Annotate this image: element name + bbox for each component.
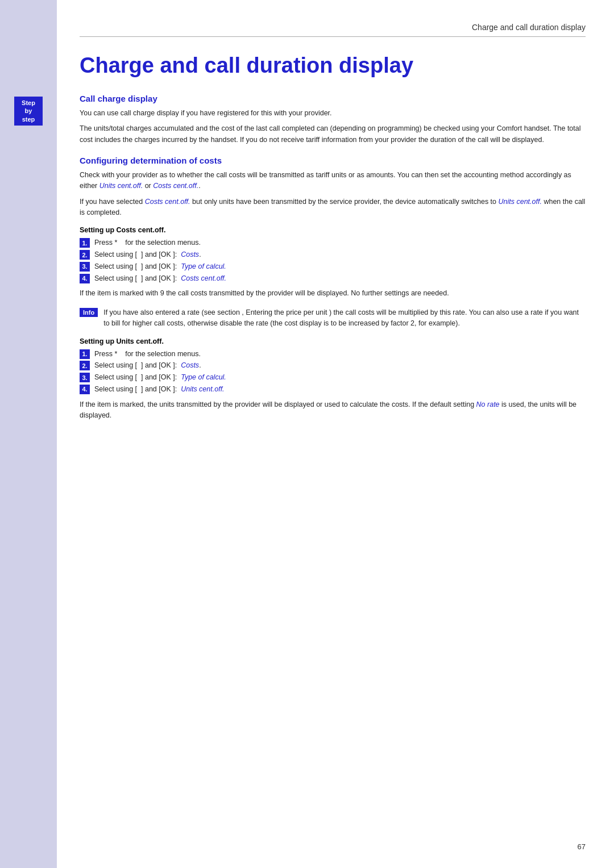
para2-link2: Units cent.off.: [499, 198, 542, 206]
para1-link2: Costs cent.off.: [153, 182, 198, 190]
step-text-u4: Select using [ ] and [OK ]: Units cent.o…: [94, 384, 225, 395]
subsection1-heading: Setting up Costs cent.off.: [80, 226, 586, 234]
info-label: Info: [80, 308, 98, 317]
steps-costs: 1. Press * for the selection menus. 2. S…: [80, 237, 586, 283]
step-row: 3. Select using [ ] and [OK ]: Type of c…: [80, 372, 586, 383]
step-text-1: Press * for the selection menus.: [94, 237, 201, 248]
step-row: 1. Press * for the selection menus.: [80, 349, 586, 360]
subsection1-note: If the item is marked with 9 the call co…: [80, 288, 586, 299]
section1-para2: The units/total charges accumulated and …: [80, 123, 586, 145]
step-row: 1. Press * for the selection menus.: [80, 237, 586, 248]
section-configuring: Configuring determination of costs Check…: [80, 156, 586, 421]
para1-link1: Units cent.off.: [99, 182, 143, 190]
page-number: 67: [578, 842, 586, 851]
section2-para1: Check with your provider as to whether t…: [80, 170, 586, 192]
para2-link1: Costs cent.off.: [145, 198, 190, 206]
step-num-u3: 3.: [80, 373, 90, 382]
sidebar: Stepbystep: [0, 0, 57, 868]
subsection2-note: If the item is marked, the units transmi…: [80, 399, 586, 422]
page-header: Charge and call duration display: [80, 23, 586, 37]
step-text-4: Select using [ ] and [OK ]: Costs cent.o…: [94, 273, 226, 284]
step-num-u4: 4.: [80, 385, 90, 394]
step-text-u3: Select using [ ] and [OK ]: Type of calc…: [94, 372, 226, 383]
subsection2-heading: Setting up Units cent.off.: [80, 337, 586, 345]
section2-para2: If you have selected Costs cent.off. but…: [80, 197, 586, 219]
section1-para1: You can use call charge display if you h…: [80, 108, 586, 119]
steps-units: 1. Press * for the selection menus. 2. S…: [80, 349, 586, 395]
step-badge: Stepbystep: [14, 97, 43, 126]
info-text: If you have also entered a rate (see sec…: [103, 307, 586, 329]
step-row: 4. Select using [ ] and [OK ]: Units cen…: [80, 384, 586, 395]
step-text-u2: Select using [ ] and [OK ]: Costs.: [94, 360, 201, 371]
step-text-3: Select using [ ] and [OK ]: Type of calc…: [94, 261, 226, 272]
step-num-4: 4.: [80, 274, 90, 283]
step-num-2: 2.: [80, 250, 90, 260]
main-title: Charge and call duration display: [80, 54, 586, 78]
no-rate-link: No rate: [476, 400, 500, 408]
section-call-charge: Call charge display You can use call cha…: [80, 94, 586, 145]
step-row: 2. Select using [ ] and [OK ]: Costs.: [80, 249, 586, 260]
step-num-u2: 2.: [80, 361, 90, 370]
step-text-u1: Press * for the selection menus.: [94, 349, 201, 360]
step-text-2: Select using [ ] and [OK ]: Costs.: [94, 249, 201, 260]
step-row: 4. Select using [ ] and [OK ]: Costs cen…: [80, 273, 586, 284]
section2-heading: Configuring determination of costs: [80, 156, 586, 165]
main-content: Charge and call duration display Charge …: [57, 0, 614, 868]
step-num-3: 3.: [80, 262, 90, 272]
section1-heading: Call charge display: [80, 94, 586, 103]
info-row: Info If you have also entered a rate (se…: [80, 307, 586, 329]
step-row: 2. Select using [ ] and [OK ]: Costs.: [80, 360, 586, 371]
step-row: 3. Select using [ ] and [OK ]: Type of c…: [80, 261, 586, 272]
step-num-1: 1.: [80, 238, 90, 248]
header-title: Charge and call duration display: [472, 23, 586, 32]
step-num-u1: 1.: [80, 349, 90, 359]
